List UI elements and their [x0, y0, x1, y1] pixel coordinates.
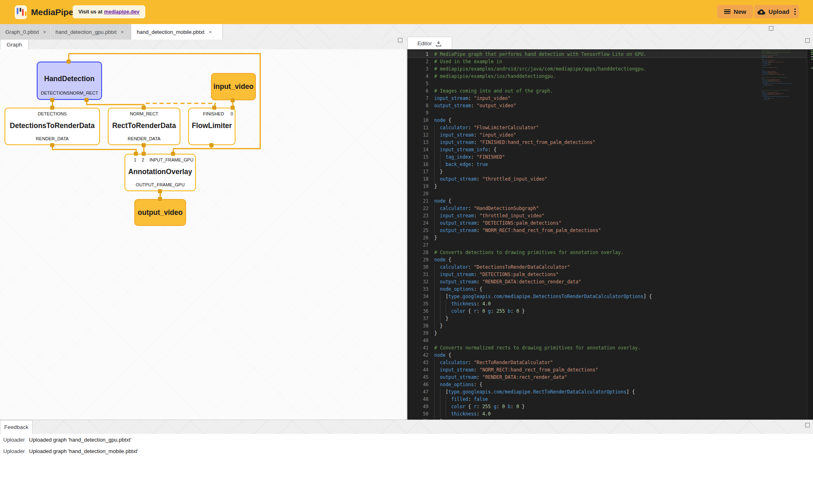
line-number: 37	[407, 315, 434, 322]
code-line[interactable]: 11 calculator: "FlowLimiterCalculator"	[407, 124, 813, 131]
code-line[interactable]: 48 filled: false	[407, 396, 813, 403]
code-content[interactable]: 1# MediaPipe graph that performs hand de…	[407, 51, 813, 420]
code-line[interactable]: 5	[407, 80, 813, 87]
code-line[interactable]: 2# Used in the example in	[407, 58, 813, 65]
code-line[interactable]: 49 color { r: 255 g: 0 b: 0 }	[407, 403, 813, 410]
line-number: 8	[407, 102, 434, 109]
code-line[interactable]: 42node {	[407, 351, 813, 359]
code-line[interactable]: 3# mediapipie/examples/android/src/java/…	[407, 65, 813, 73]
code-line[interactable]: 13 input_stream: "FINISHED:hand_rect_fro…	[407, 139, 813, 146]
code-line[interactable]: 9	[407, 109, 813, 117]
code-line[interactable]: 8output_stream: "output_video"	[407, 102, 813, 109]
close-icon[interactable]: ×	[43, 29, 46, 35]
line-number: 34	[407, 293, 434, 300]
line-number: 21	[407, 197, 434, 205]
node-rect-to-render-data[interactable]: NORM_RECT RectToRenderData RENDER_DATA	[108, 108, 180, 145]
feedback-header-row	[0, 420, 813, 434]
code-line[interactable]: 24 output_stream: "DETECTIONS:palm_detec…	[407, 219, 813, 227]
code-line[interactable]: 30 calculator: "DetectionsToRenderDataCa…	[407, 263, 813, 271]
code-line[interactable]: 18 output_stream: "throttled_input_video…	[407, 175, 813, 183]
code-line[interactable]: 28# Converts detections to drawing primi…	[407, 249, 813, 256]
code-line[interactable]: 26}	[407, 234, 813, 241]
line-number: 7	[407, 95, 434, 102]
code-line[interactable]: 10node {	[407, 117, 813, 124]
code-line[interactable]: 6# Images coming into and out of the gra…	[407, 87, 813, 95]
expand-feedback-panel-icon[interactable]	[805, 423, 810, 427]
node-annotation-overlay[interactable]: 1 2 INPUT_FRAME_GPU AnnotationOverlay OU…	[124, 154, 196, 191]
line-number: 3	[407, 65, 434, 73]
code-line[interactable]: 4# mediapipie/examples/ios/handdetection…	[407, 73, 813, 80]
tab-graph-view[interactable]: Graph	[0, 39, 29, 49]
tab-editor-view[interactable]: Editor	[407, 37, 452, 49]
line-number: 9	[407, 109, 434, 117]
code-line[interactable]: 15 tag_index: "FINISHED"	[407, 153, 813, 161]
code-line[interactable]: 50 thickness: 4.0	[407, 410, 813, 418]
code-line[interactable]: 34 [type.googleapis.com/mediapipe.Detect…	[407, 293, 813, 300]
code-line[interactable]: 37 }	[407, 315, 813, 322]
node-input-video[interactable]: input_video	[211, 73, 256, 100]
code-line[interactable]: 17 }	[407, 168, 813, 175]
line-number: 11	[407, 124, 434, 131]
code-line[interactable]: 31 input_stream: "DETECTIONS:palm_detect…	[407, 271, 813, 278]
code-line[interactable]: 1# MediaPipe graph that performs hand de…	[407, 51, 813, 58]
download-icon[interactable]	[435, 40, 442, 47]
code-line[interactable]: 14 input_stream_info: {	[407, 146, 813, 153]
port	[171, 152, 175, 156]
feedback-tab-label: Feedback	[4, 424, 28, 430]
editor-overview-ruler[interactable]	[807, 49, 813, 420]
code-editor[interactable]: 1# MediaPipe graph that performs hand de…	[407, 49, 813, 420]
expand-editor-panel-icon[interactable]	[805, 38, 810, 43]
expand-tabbar-icon[interactable]	[769, 26, 773, 31]
more-options-icon[interactable]	[794, 8, 796, 15]
code-line[interactable]: 29node {	[407, 256, 813, 263]
tab-hand-detection-mobile[interactable]: hand_detection_mobile.pbtxt ×	[131, 24, 223, 40]
line-number: 39	[407, 329, 434, 337]
code-line[interactable]: 21node {	[407, 197, 813, 205]
code-line[interactable]: 51 }	[762, 100, 804, 101]
code-line[interactable]: 46 node_options: {	[407, 381, 813, 388]
code-line[interactable]: 35 thickness: 4.0	[407, 300, 813, 307]
tab-graph-0-pbtxt[interactable]: Graph_0.pbtxt ×	[0, 24, 50, 40]
code-line[interactable]: 27	[407, 241, 813, 249]
expand-graph-panel-icon[interactable]	[398, 38, 402, 42]
node-detections-to-render-data[interactable]: DETECTIONS DetectionsToRenderData RENDER…	[4, 108, 100, 145]
visit-pill: Visit us at mediapipe.dev	[73, 5, 145, 18]
code-line[interactable]: 43 calculator: "RectToRenderDataCalculat…	[407, 359, 813, 366]
edge-normrect-h	[86, 104, 144, 105]
code-line[interactable]: 25 output_stream: "NORM_RECT:hand_rect_f…	[407, 227, 813, 234]
tab-hand-detection-gpu[interactable]: hand_detection_gpu.pbtxt ×	[50, 24, 131, 40]
code-line[interactable]: 16 back_edge: true	[407, 161, 813, 168]
code-line[interactable]: 32 output_stream: "RENDER_DATA:detection…	[407, 278, 813, 285]
code-line[interactable]: 20	[407, 190, 813, 197]
new-button[interactable]: New	[717, 5, 753, 18]
code-line[interactable]: 23 input_stream: "throttled_input_video"	[407, 212, 813, 219]
code-line[interactable]: 22 calculator: "HandDetectionSubgraph"	[407, 205, 813, 212]
graph-canvas[interactable]	[0, 49, 407, 420]
code-line[interactable]: 12 input_stream: "input_video"	[407, 131, 813, 139]
port-label: DETECTIONS	[38, 111, 67, 116]
code-line[interactable]: 19}	[407, 183, 813, 190]
code-line[interactable]: 39}	[407, 329, 813, 337]
close-icon[interactable]: ×	[209, 29, 212, 35]
code-line[interactable]: 36 color { r: 0 g: 255 b: 0 }	[407, 307, 813, 315]
code-line[interactable]: 33 node_options: {	[407, 285, 813, 293]
code-line[interactable]: 44 input_stream: "NORM_RECT:hand_rect_fr…	[407, 366, 813, 374]
editor-minimap[interactable]: 1# MediaPipe graph that performs hand de…	[762, 50, 806, 172]
node-flow-limiter[interactable]: FINISHED 0 FlowLimiter	[188, 108, 235, 145]
code-line[interactable]: 41# Converts normalized rects to drawing…	[407, 344, 813, 351]
upload-button[interactable]: Upload	[754, 5, 799, 18]
minimap-content: 1# MediaPipe graph that performs hand de…	[762, 50, 804, 101]
node-hand-detection[interactable]: HandDetection DETECTIONS NORM_RECT	[37, 62, 102, 100]
code-line[interactable]: 7input_stream: "input_video"	[407, 95, 813, 102]
code-line[interactable]: 40	[407, 337, 813, 344]
code-line[interactable]: 45 output_stream: "RENDER_DATA:rect_rend…	[407, 374, 813, 381]
tab-feedback[interactable]: Feedback	[0, 420, 33, 434]
close-icon[interactable]: ×	[121, 29, 124, 35]
node-output-video[interactable]: output_video	[134, 199, 186, 226]
code-line[interactable]: 47 [type.googleapis.com/mediapipe.RectTo…	[407, 388, 813, 396]
code-line[interactable]: 38 }	[407, 322, 813, 329]
mediapipe-dev-link[interactable]: mediapipe.dev	[104, 9, 140, 15]
line-number: 40	[407, 337, 434, 344]
line-number: 5	[407, 80, 434, 87]
port	[67, 60, 71, 64]
